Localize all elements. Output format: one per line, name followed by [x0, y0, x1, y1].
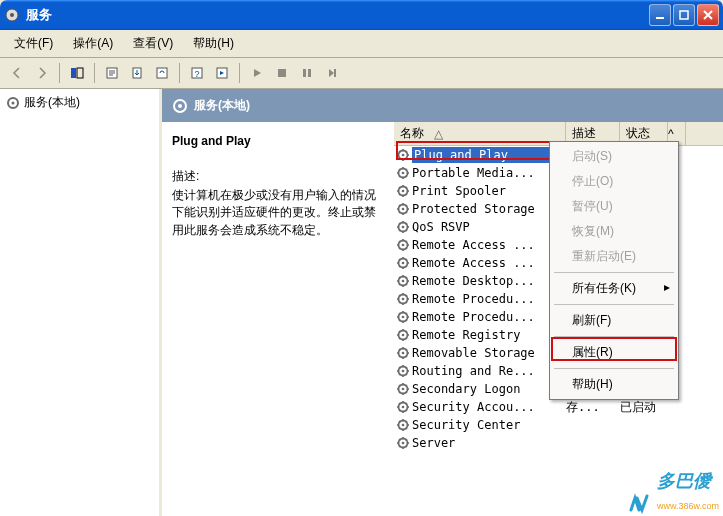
toolbar: ? [0, 58, 723, 89]
window-title: 服务 [26, 6, 649, 24]
ctx-stop[interactable]: 停止(O) [552, 169, 676, 194]
gear-icon [396, 148, 410, 162]
svg-point-29 [402, 226, 405, 229]
stop-service-button[interactable] [271, 62, 293, 84]
toolbar-separator [59, 63, 60, 83]
svg-point-35 [402, 280, 405, 283]
show-hide-button[interactable] [66, 62, 88, 84]
ctx-pause[interactable]: 暂停(U) [552, 194, 676, 219]
service-name: Remote Procedu... [412, 310, 566, 324]
watermark-icon [629, 492, 655, 514]
menubar: 文件(F) 操作(A) 查看(V) 帮助(H) [0, 30, 723, 58]
svg-point-49 [402, 406, 405, 409]
right-header: 服务(本地) [162, 89, 723, 122]
service-name: QoS RSVP [412, 220, 566, 234]
gear-icon [396, 202, 410, 216]
svg-rect-2 [656, 17, 664, 19]
gear-icon [396, 184, 410, 198]
ctx-refresh[interactable]: 刷新(F) [552, 308, 676, 333]
svg-rect-3 [680, 11, 688, 19]
watermark: 多巴僾 www.386w.com [629, 469, 719, 514]
menu-view[interactable]: 查看(V) [125, 32, 181, 55]
minimize-button[interactable] [649, 4, 671, 26]
column-name[interactable]: 名称△ [394, 122, 566, 145]
gear-icon [396, 292, 410, 306]
service-name: Secondary Logon [412, 382, 566, 396]
help-button[interactable]: ? [186, 62, 208, 84]
service-row[interactable]: Security Center [394, 416, 723, 434]
svg-point-21 [402, 154, 405, 157]
ctx-separator [554, 272, 674, 273]
svg-point-45 [402, 370, 405, 373]
toolbar-separator [179, 63, 180, 83]
service-name: Server [412, 436, 566, 450]
svg-rect-14 [308, 69, 311, 77]
svg-point-25 [402, 190, 405, 193]
ctx-start[interactable]: 启动(S) [552, 144, 676, 169]
titlebar: 服务 [0, 0, 723, 30]
description-label: 描述: [172, 168, 384, 185]
svg-rect-8 [157, 68, 167, 78]
service-list-pane: 名称△ 描述 状态 ^ Plug and PlayPortable Media.… [394, 122, 723, 516]
menu-action[interactable]: 操作(A) [65, 32, 121, 55]
menu-file[interactable]: 文件(F) [6, 32, 61, 55]
service-name: Routing and Re... [412, 364, 566, 378]
gear-icon [396, 328, 410, 342]
ctx-properties[interactable]: 属性(R) [552, 340, 676, 365]
svg-text:?: ? [194, 69, 199, 79]
right-header-title: 服务(本地) [194, 97, 250, 114]
service-state: 已启动 [620, 399, 676, 416]
close-button[interactable] [697, 4, 719, 26]
gear-icon [396, 418, 410, 432]
svg-point-43 [402, 352, 405, 355]
service-row[interactable]: Server [394, 434, 723, 452]
service-name: Remote Access ... [412, 238, 566, 252]
svg-point-31 [402, 244, 405, 247]
right-panel: 服务(本地) Plug and Play 描述: 使计算机在极少或没有用户输入的… [162, 89, 723, 516]
service-name: Portable Media... [412, 166, 566, 180]
svg-point-23 [402, 172, 405, 175]
tree-root-label: 服务(本地) [24, 94, 80, 111]
service-row[interactable]: Security Accou...存...已启动 [394, 398, 723, 416]
service-name: Plug and Play [412, 147, 566, 163]
service-name: Security Accou... [412, 400, 566, 414]
gear-icon [396, 238, 410, 252]
svg-rect-13 [303, 69, 306, 77]
ctx-separator [554, 336, 674, 337]
service-desc: 存... [566, 399, 620, 416]
start-service-button[interactable] [246, 62, 268, 84]
service-name: Print Spooler [412, 184, 566, 198]
properties-button[interactable] [101, 62, 123, 84]
service-name: Protected Storage [412, 202, 566, 216]
back-button[interactable] [6, 62, 28, 84]
action-button[interactable] [211, 62, 233, 84]
svg-point-41 [402, 334, 405, 337]
svg-point-17 [12, 101, 15, 104]
tree-root-node[interactable]: 服务(本地) [4, 93, 155, 112]
svg-point-53 [402, 442, 405, 445]
app-icon [4, 7, 20, 23]
restart-service-button[interactable] [321, 62, 343, 84]
ctx-resume[interactable]: 恢复(M) [552, 219, 676, 244]
svg-point-47 [402, 388, 405, 391]
ctx-help[interactable]: 帮助(H) [552, 372, 676, 397]
services-icon [172, 98, 188, 114]
svg-point-33 [402, 262, 405, 265]
maximize-button[interactable] [673, 4, 695, 26]
detail-pane: Plug and Play 描述: 使计算机在极少或没有用户输入的情况下能识别并… [162, 122, 394, 516]
selected-service-name: Plug and Play [172, 134, 384, 148]
ctx-all-tasks[interactable]: 所有任务(K)▸ [552, 276, 676, 301]
submenu-arrow-icon: ▸ [664, 280, 670, 294]
svg-rect-4 [71, 68, 76, 78]
menu-help[interactable]: 帮助(H) [185, 32, 242, 55]
refresh-button[interactable] [151, 62, 173, 84]
ctx-restart[interactable]: 重新启动(E) [552, 244, 676, 269]
gear-icon [396, 400, 410, 414]
service-name: Remote Access ... [412, 256, 566, 270]
export-button[interactable] [126, 62, 148, 84]
service-name: Security Center [412, 418, 566, 432]
gear-icon [396, 436, 410, 450]
pause-service-button[interactable] [296, 62, 318, 84]
forward-button[interactable] [31, 62, 53, 84]
svg-point-19 [178, 104, 182, 108]
